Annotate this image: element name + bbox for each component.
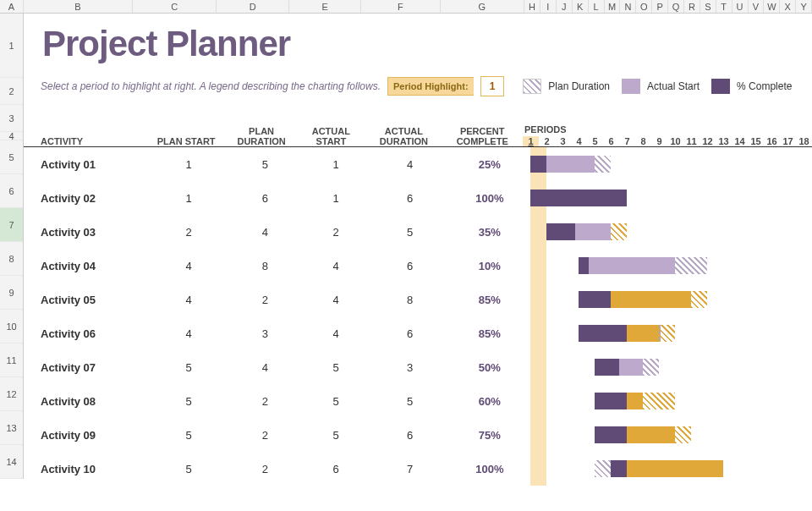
plan-duration[interactable]: 6 (230, 192, 301, 205)
col-header-P[interactable]: P (652, 0, 668, 13)
col-header-Y[interactable]: Y (796, 0, 812, 13)
col-header-T[interactable]: T (716, 0, 732, 13)
actual-start[interactable]: 1 (300, 158, 371, 171)
activity-name[interactable]: Activity 05 (41, 294, 147, 306)
col-header-Q[interactable]: Q (668, 0, 684, 13)
col-header-S[interactable]: S (700, 0, 716, 13)
col-header-D[interactable]: D (217, 0, 288, 13)
actual-duration[interactable]: 3 (371, 361, 448, 374)
col-header-L[interactable]: L (589, 0, 605, 13)
activity-name[interactable]: Activity 10 (41, 463, 147, 475)
row-header-12[interactable]: 12 (0, 377, 23, 411)
plan-start[interactable]: 1 (147, 192, 229, 205)
table-row[interactable]: Activity 105267100% (24, 452, 812, 486)
table-row[interactable]: Activity 01151425% (24, 147, 812, 181)
activity-name[interactable]: Activity 02 (41, 192, 147, 205)
activity-name[interactable]: Activity 09 (41, 429, 147, 442)
col-header-A[interactable]: A (0, 0, 24, 13)
pct-complete[interactable]: 100% (448, 463, 530, 475)
plan-duration[interactable]: 5 (230, 158, 301, 171)
row-header-2[interactable]: 2 (0, 78, 23, 105)
pct-complete[interactable]: 10% (448, 260, 530, 272)
plan-start[interactable]: 4 (147, 260, 229, 272)
table-row[interactable]: Activity 07545350% (24, 350, 812, 384)
table-row[interactable]: Activity 08525560% (24, 384, 812, 418)
col-header-W[interactable]: W (764, 0, 780, 13)
pct-complete[interactable]: 60% (448, 395, 530, 408)
pct-complete[interactable]: 75% (448, 429, 530, 442)
activity-name[interactable]: Activity 08 (41, 395, 147, 408)
col-header-J[interactable]: J (557, 0, 573, 13)
row-header-10[interactable]: 10 (0, 310, 23, 343)
activity-name[interactable]: Activity 06 (41, 327, 147, 340)
row-header-1[interactable]: 1 (0, 14, 23, 78)
row-header-5[interactable]: 5 (0, 140, 23, 174)
plan-start[interactable]: 5 (147, 395, 229, 408)
actual-duration[interactable]: 4 (371, 158, 448, 171)
row-header-9[interactable]: 9 (0, 276, 23, 310)
col-header-M[interactable]: M (605, 0, 621, 13)
table-row[interactable]: Activity 06434685% (24, 316, 812, 350)
pct-complete[interactable]: 85% (448, 294, 530, 306)
actual-duration[interactable]: 6 (371, 260, 448, 272)
col-header-B[interactable]: B (24, 0, 133, 13)
plan-duration[interactable]: 2 (230, 395, 301, 408)
plan-start[interactable]: 4 (147, 294, 229, 306)
actual-start[interactable]: 1 (300, 192, 371, 205)
plan-duration[interactable]: 3 (230, 327, 301, 340)
col-header-V[interactable]: V (749, 0, 765, 13)
plan-duration[interactable]: 8 (230, 260, 301, 272)
spreadsheet-row-headers[interactable]: 1234567891011121314 (0, 14, 24, 479)
actual-start[interactable]: 4 (300, 260, 371, 272)
actual-duration[interactable]: 6 (371, 327, 448, 340)
plan-duration[interactable]: 4 (230, 226, 301, 239)
col-header-I[interactable]: I (540, 0, 557, 13)
plan-duration[interactable]: 2 (230, 294, 301, 306)
plan-start[interactable]: 5 (147, 429, 229, 442)
actual-start[interactable]: 5 (300, 395, 371, 408)
activity-name[interactable]: Activity 04 (41, 260, 147, 272)
col-header-X[interactable]: X (780, 0, 796, 13)
row-header-7[interactable]: 7 (0, 208, 23, 242)
actual-duration[interactable]: 5 (371, 226, 448, 239)
actual-start[interactable]: 5 (300, 429, 371, 442)
pct-complete[interactable]: 50% (448, 361, 530, 374)
actual-start[interactable]: 5 (300, 361, 371, 374)
actual-start[interactable]: 4 (300, 327, 371, 340)
pct-complete[interactable]: 35% (448, 226, 530, 239)
period-highlight-input[interactable]: 1 (480, 76, 505, 96)
table-row[interactable]: Activity 021616100% (24, 181, 812, 215)
plan-start[interactable]: 1 (147, 158, 229, 171)
col-header-K[interactable]: K (573, 0, 589, 13)
actual-duration[interactable]: 6 (371, 192, 448, 205)
actual-start[interactable]: 4 (300, 294, 371, 306)
col-header-G[interactable]: G (441, 0, 524, 13)
col-header-F[interactable]: F (361, 0, 440, 13)
pct-complete[interactable]: 100% (448, 192, 530, 205)
activity-name[interactable]: Activity 01 (41, 158, 147, 171)
col-header-O[interactable]: O (636, 0, 652, 13)
plan-start[interactable]: 5 (147, 361, 229, 374)
col-header-C[interactable]: C (133, 0, 217, 13)
col-header-R[interactable]: R (684, 0, 700, 13)
actual-duration[interactable]: 7 (371, 463, 448, 475)
table-row[interactable]: Activity 05424885% (24, 283, 812, 316)
table-row[interactable]: Activity 03242535% (24, 215, 812, 249)
plan-duration[interactable]: 2 (230, 429, 301, 442)
pct-complete[interactable]: 25% (448, 158, 530, 171)
actual-duration[interactable]: 8 (371, 294, 448, 306)
row-header-3[interactable]: 3 (0, 105, 23, 132)
row-header-8[interactable]: 8 (0, 242, 23, 276)
table-row[interactable]: Activity 04484610% (24, 249, 812, 283)
row-header-13[interactable]: 13 (0, 411, 23, 445)
actual-start[interactable]: 6 (300, 463, 371, 475)
row-header-4[interactable]: 4 (0, 132, 23, 140)
activity-name[interactable]: Activity 03 (41, 226, 147, 239)
pct-complete[interactable]: 85% (448, 327, 530, 340)
actual-duration[interactable]: 5 (371, 395, 448, 408)
plan-duration[interactable]: 2 (230, 463, 301, 475)
row-header-14[interactable]: 14 (0, 445, 23, 479)
plan-duration[interactable]: 4 (230, 361, 301, 374)
spreadsheet-column-headers[interactable]: ABCDEFGHIJKLMNOPQRSTUVWXY (0, 0, 812, 14)
row-header-11[interactable]: 11 (0, 343, 23, 377)
